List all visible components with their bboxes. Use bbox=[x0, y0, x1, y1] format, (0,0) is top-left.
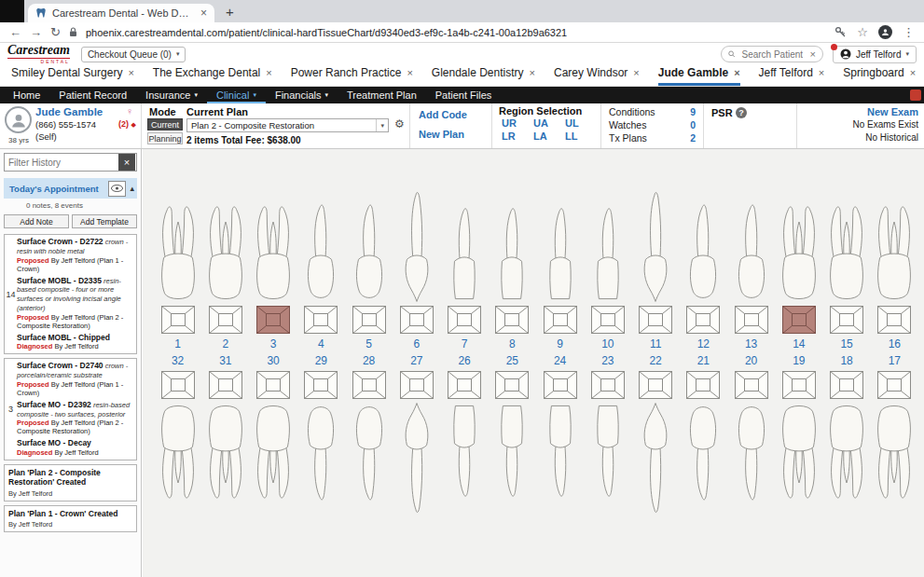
tooth-29-occlusal-surface[interactable] bbox=[304, 371, 338, 399]
tooth-32-illustration[interactable] bbox=[156, 401, 200, 520]
tooth-14-illustration[interactable] bbox=[777, 185, 821, 304]
tooth-7-illustration[interactable] bbox=[442, 185, 487, 304]
patient-name[interactable]: Jude Gamble bbox=[35, 106, 103, 117]
tooth-24-illustration[interactable] bbox=[538, 401, 583, 520]
close-icon[interactable]: × bbox=[633, 68, 639, 78]
tooth-27-occlusal-surface[interactable] bbox=[400, 371, 434, 399]
region-link-lr[interactable]: LR bbox=[502, 131, 533, 142]
tooth-number-27[interactable]: 27 bbox=[410, 355, 422, 366]
history-entry[interactable]: Surface MO - D2392 resin-based composite… bbox=[17, 401, 133, 436]
tooth-number-3[interactable]: 3 bbox=[270, 338, 277, 350]
tooth-number-7[interactable]: 7 bbox=[462, 338, 468, 350]
tooth-24-occlusal-surface[interactable] bbox=[544, 371, 577, 399]
nav-item-patient-record[interactable]: Patient Record bbox=[49, 87, 136, 103]
close-icon[interactable]: × bbox=[910, 68, 916, 78]
tooth-8-illustration[interactable] bbox=[490, 185, 534, 304]
tooth-number-10[interactable]: 10 bbox=[601, 338, 614, 350]
browser-menu-icon[interactable]: ⋮ bbox=[903, 26, 915, 38]
reload-icon[interactable]: ↻ bbox=[50, 26, 61, 38]
tooth-2-illustration[interactable] bbox=[203, 185, 248, 304]
back-icon[interactable]: ← bbox=[9, 26, 21, 38]
tooth-3-occlusal-surface[interactable] bbox=[256, 306, 290, 334]
history-card-tooth-3[interactable]: 3Surface Crown - D2740 crown - porcelain… bbox=[4, 358, 137, 460]
counter-value[interactable]: 9 bbox=[690, 106, 696, 117]
tooth-19-illustration[interactable] bbox=[777, 401, 821, 520]
tooth-25-occlusal-surface[interactable] bbox=[495, 371, 529, 399]
tooth-6-occlusal-surface[interactable] bbox=[400, 306, 434, 334]
tooth-number-18[interactable]: 18 bbox=[840, 355, 852, 366]
patient-tab-jude-gamble[interactable]: Jude Gamble× bbox=[658, 66, 740, 86]
plan-event-card[interactable]: Plan 'Plan 1 - Crown' CreatedBy Jeff Tel… bbox=[4, 505, 137, 532]
close-icon[interactable]: × bbox=[407, 68, 412, 78]
tooth-26-illustration[interactable] bbox=[442, 401, 487, 520]
tooth-17-occlusal-surface[interactable] bbox=[877, 371, 911, 399]
tooth-23-illustration[interactable] bbox=[586, 401, 630, 520]
region-link-la[interactable]: LA bbox=[533, 131, 565, 142]
patient-tab-springboard[interactable]: Springboard× bbox=[843, 66, 916, 86]
clear-filter-icon[interactable]: × bbox=[118, 154, 135, 171]
tooth-number-15[interactable]: 15 bbox=[840, 338, 852, 350]
tooth-9-illustration[interactable] bbox=[538, 185, 583, 304]
patient-tab-smiley-dental-surgery[interactable]: Smiley Dental Surgery× bbox=[11, 66, 134, 86]
checkout-queue-dropdown[interactable]: Checkout Queue (0) ▾ bbox=[81, 47, 186, 62]
tooth-4-occlusal-surface[interactable] bbox=[304, 306, 338, 334]
url-text[interactable]: phoenix.carestreamdental.com/patient/cli… bbox=[86, 27, 567, 38]
tooth-19-occlusal-surface[interactable] bbox=[782, 371, 816, 399]
tooth-7-occlusal-surface[interactable] bbox=[448, 306, 481, 334]
nav-item-financials[interactable]: Financials▾ bbox=[266, 87, 338, 103]
patient-tab-carey-windsor[interactable]: Carey Windsor× bbox=[554, 66, 640, 86]
counter-value[interactable]: 2 bbox=[690, 132, 696, 144]
tooth-31-occlusal-surface[interactable] bbox=[209, 371, 242, 399]
new-exam-link[interactable]: New Exam bbox=[867, 106, 918, 117]
add-code-link[interactable]: Add Code bbox=[419, 109, 467, 120]
patient-tab-the-exchange-dental[interactable]: The Exchange Dental× bbox=[153, 66, 272, 86]
filter-history-input[interactable] bbox=[5, 158, 118, 168]
plan-event-card[interactable]: Plan 'Plan 2 - Composite Restoration' Cr… bbox=[4, 464, 137, 501]
tooth-number-28[interactable]: 28 bbox=[363, 355, 375, 366]
tooth-22-occlusal-surface[interactable] bbox=[639, 371, 672, 399]
history-entry[interactable]: Surface MO - DecayDiagnosed By Jeff Telf… bbox=[17, 439, 133, 457]
tooth-number-11[interactable]: 11 bbox=[650, 338, 661, 350]
close-icon[interactable]: × bbox=[128, 68, 133, 78]
tooth-number-32[interactable]: 32 bbox=[172, 355, 184, 366]
tooth-14-occlusal-surface[interactable] bbox=[782, 306, 816, 334]
tooth-13-illustration[interactable] bbox=[729, 185, 774, 304]
mode-current-button[interactable]: Current bbox=[147, 118, 183, 131]
region-link-ul[interactable]: UL bbox=[565, 117, 597, 129]
tooth-31-illustration[interactable] bbox=[203, 401, 248, 520]
counter-value[interactable]: 0 bbox=[690, 119, 696, 131]
tab-close-icon[interactable]: × bbox=[200, 7, 207, 19]
tooth-10-illustration[interactable] bbox=[586, 185, 630, 304]
tooth-1-occlusal-surface[interactable] bbox=[161, 306, 195, 334]
tooth-11-occlusal-surface[interactable] bbox=[639, 306, 672, 334]
tooth-6-illustration[interactable] bbox=[394, 185, 439, 304]
tooth-number-9[interactable]: 9 bbox=[557, 338, 563, 350]
tooth-22-illustration[interactable] bbox=[633, 401, 678, 520]
add-note-button[interactable]: Add Note bbox=[4, 214, 69, 228]
chevron-up-icon[interactable]: ▴ bbox=[130, 184, 134, 193]
tooth-number-21[interactable]: 21 bbox=[697, 355, 710, 366]
tooth-28-occlusal-surface[interactable] bbox=[352, 371, 386, 399]
bookmark-star-icon[interactable]: ☆ bbox=[857, 26, 868, 38]
nav-alert-icon[interactable] bbox=[910, 89, 921, 101]
tooth-26-occlusal-surface[interactable] bbox=[448, 371, 481, 399]
history-entry[interactable]: Surface MOBL - ChippedDiagnosed By Jeff … bbox=[17, 334, 133, 351]
todays-appointment-header[interactable]: Today's Appointment ▴ bbox=[4, 178, 137, 199]
tooth-number-5[interactable]: 5 bbox=[365, 338, 372, 350]
tooth-number-23[interactable]: 23 bbox=[601, 355, 614, 366]
tooth-20-illustration[interactable] bbox=[729, 401, 774, 520]
tooth-11-illustration[interactable] bbox=[633, 185, 678, 304]
browser-profile-avatar[interactable] bbox=[878, 25, 892, 39]
patient-search[interactable]: × bbox=[721, 46, 823, 62]
tooth-9-occlusal-surface[interactable] bbox=[544, 306, 577, 334]
tooth-4-illustration[interactable] bbox=[298, 185, 343, 304]
tooth-30-occlusal-surface[interactable] bbox=[256, 371, 290, 399]
tooth-28-illustration[interactable] bbox=[347, 401, 392, 520]
tooth-16-illustration[interactable] bbox=[872, 185, 917, 304]
search-input[interactable] bbox=[739, 48, 805, 61]
tooth-8-occlusal-surface[interactable] bbox=[495, 306, 529, 334]
tooth-number-6[interactable]: 6 bbox=[414, 338, 421, 350]
tooth-number-12[interactable]: 12 bbox=[697, 338, 710, 350]
tooth-number-2[interactable]: 2 bbox=[223, 338, 229, 350]
nav-item-insurance[interactable]: Insurance▾ bbox=[136, 87, 207, 103]
